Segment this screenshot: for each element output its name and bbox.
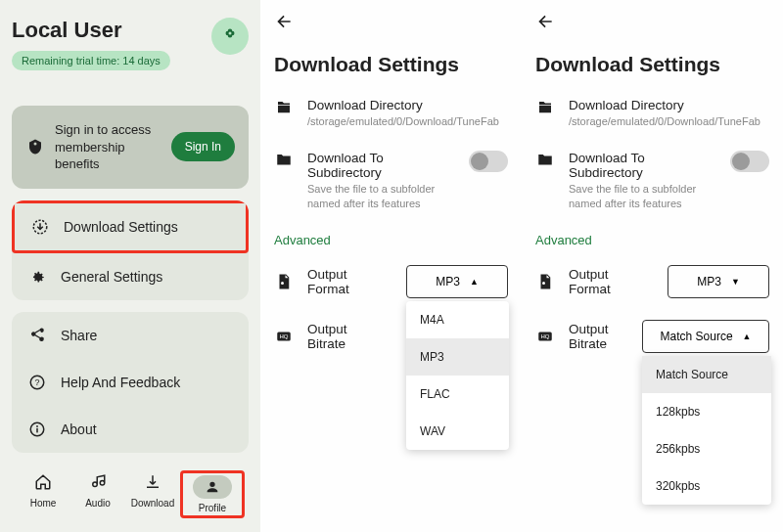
output-bitrate-select[interactable]: Match Source ▲ Match Source 128kpbs 256k… (642, 320, 769, 353)
subdirectory-row: Download To Subdirectory Save the file t… (274, 151, 508, 211)
row-title: Download Directory (307, 98, 508, 112)
menu-help[interactable]: ? Help And Feedback (12, 359, 249, 406)
advanced-header: Advanced (274, 233, 508, 247)
nav-profile[interactable]: Profile (185, 475, 240, 513)
output-format-row: Output Format MP3 ▼ (535, 265, 769, 298)
bitrate-option-256[interactable]: 256kpbs (642, 430, 771, 467)
output-format-row: Output Format MP3 ▲ M4A MP3 FLAC WAV (274, 265, 508, 298)
flower-icon (221, 27, 239, 45)
chevron-up-icon: ▲ (743, 332, 752, 341)
hq-icon: HQ (274, 327, 294, 346)
trial-badge: Remaining trial time: 14 days (12, 51, 170, 70)
settings-group: Download Settings General Settings (12, 200, 249, 300)
row-title: Download To Subdirectory (569, 151, 716, 180)
audio-icon (78, 470, 117, 494)
menu-share[interactable]: Share (12, 312, 249, 359)
row-title: Output Format (569, 267, 654, 296)
bottom-nav: Home Audio Download Profile (12, 465, 249, 532)
nav-home[interactable]: Home (16, 470, 70, 518)
signin-card: Sign in to access membership benefits Si… (12, 106, 249, 189)
row-sub: /storage/emulated/0/Download/TuneFab (569, 114, 769, 129)
back-button[interactable] (535, 12, 769, 31)
help-icon: ? (27, 373, 47, 392)
format-option-wav[interactable]: WAV (406, 413, 509, 450)
bitrate-option-128[interactable]: 128kpbs (642, 393, 771, 430)
home-icon (23, 470, 63, 494)
advanced-header: Advanced (535, 233, 769, 247)
output-format-dropdown: M4A MP3 FLAC WAV (406, 301, 509, 450)
menu-label: General Settings (61, 269, 162, 285)
nav-label: Audio (85, 498, 111, 509)
download-settings-icon (30, 217, 50, 237)
nav-label: Download (131, 498, 174, 509)
svg-text:?: ? (34, 377, 39, 387)
folder-icon (274, 98, 294, 117)
subdirectory-row: Download To Subdirectory Save the file t… (535, 151, 769, 211)
file-audio-icon (535, 272, 555, 291)
output-bitrate-dropdown: Match Source 128kpbs 256kpbs 320kpbs (642, 356, 771, 505)
folder-icon (535, 98, 555, 117)
page-title: Download Settings (535, 53, 769, 76)
output-bitrate-row: HQ OutputBitrate Match Source ▲ Match So… (535, 320, 769, 353)
subdirectory-toggle[interactable] (469, 151, 508, 172)
subdirectory-toggle[interactable] (730, 151, 769, 172)
nav-label: Profile (199, 503, 226, 513)
nav-label: Home (30, 498, 57, 509)
username: Local User (12, 18, 170, 43)
tag-icon (25, 137, 45, 156)
menu-label: Download Settings (64, 219, 178, 235)
download-directory-row[interactable]: Download Directory /storage/emulated/0/D… (535, 98, 769, 129)
row-title: Output Format (307, 267, 392, 296)
output-format-select[interactable]: MP3 ▲ M4A MP3 FLAC WAV (406, 265, 508, 298)
row-sub: Save the file to a subfolder named after… (569, 182, 716, 211)
svg-point-5 (36, 425, 38, 427)
subfolder-icon (535, 151, 555, 170)
svg-text:HQ: HQ (541, 333, 550, 339)
profile-screen: Local User Remaining trial time: 14 days… (0, 0, 260, 532)
download-settings-screen-b: Download Settings Download Directory /st… (522, 0, 783, 532)
nav-download[interactable]: Download (125, 470, 180, 518)
svg-point-0 (229, 32, 232, 35)
bitrate-option-match[interactable]: Match Source (642, 356, 771, 393)
format-option-m4a[interactable]: M4A (406, 301, 509, 338)
format-option-mp3[interactable]: MP3 (406, 338, 509, 376)
menu-label: Share (61, 328, 97, 343)
menu-label: Help And Feedback (61, 375, 180, 390)
row-sub: /storage/emulated/0/Download/TuneFab (307, 114, 508, 129)
info-icon (27, 420, 47, 439)
subfolder-icon (274, 151, 294, 170)
signin-button[interactable]: Sign In (171, 132, 235, 161)
nav-audio[interactable]: Audio (70, 470, 125, 518)
bitrate-option-320[interactable]: 320kpbs (642, 467, 771, 505)
row-title: Download To Subdirectory (307, 151, 455, 180)
download-settings-screen-a: Download Settings Download Directory /st… (260, 0, 522, 532)
download-directory-row[interactable]: Download Directory /storage/emulated/0/D… (274, 98, 508, 129)
signin-text: Sign in to access membership benefits (55, 121, 161, 173)
back-arrow-icon (535, 12, 555, 31)
menu-about[interactable]: About (12, 406, 249, 453)
menu-download-settings[interactable]: Download Settings (12, 200, 249, 253)
back-button[interactable] (274, 12, 508, 31)
gear-icon (27, 267, 47, 287)
menu-general-settings[interactable]: General Settings (12, 253, 249, 300)
row-title: OutputBitrate (569, 322, 628, 351)
menu-label: About (61, 421, 97, 437)
back-arrow-icon (274, 12, 294, 31)
format-option-flac[interactable]: FLAC (406, 376, 509, 413)
row-sub: Save the file to a subfolder named after… (307, 182, 455, 211)
avatar[interactable] (211, 18, 249, 55)
svg-rect-6 (36, 428, 38, 433)
file-audio-icon (274, 272, 294, 291)
download-icon (133, 470, 172, 494)
hq-icon: HQ (535, 327, 555, 346)
output-format-select[interactable]: MP3 ▼ (668, 265, 769, 298)
row-title: Download Directory (569, 98, 769, 112)
profile-icon (193, 475, 232, 499)
chevron-down-icon: ▼ (731, 277, 740, 287)
misc-group: Share ? Help And Feedback About (12, 312, 249, 453)
share-icon (27, 326, 47, 345)
svg-text:HQ: HQ (280, 333, 289, 339)
page-title: Download Settings (274, 53, 508, 76)
chevron-up-icon: ▲ (470, 277, 479, 287)
